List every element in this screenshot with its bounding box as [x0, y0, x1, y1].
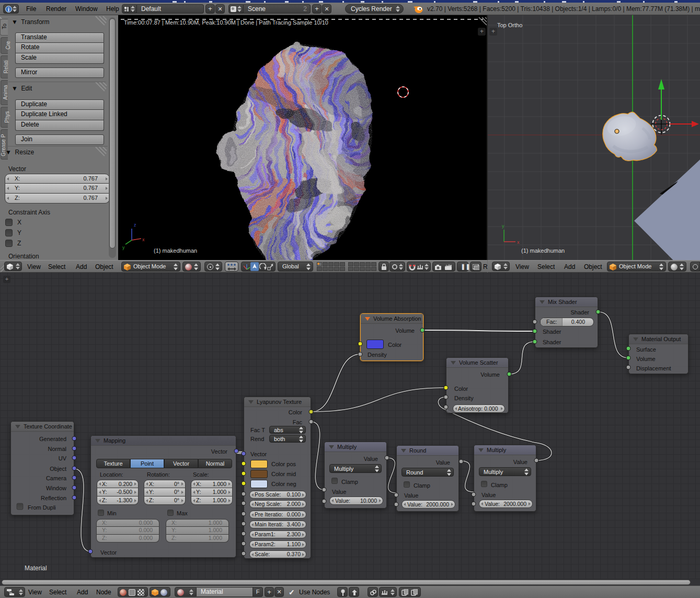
svg-text:z: z: [134, 222, 136, 228]
svg-text:y: y: [122, 245, 125, 250]
svg-text:x: x: [142, 237, 145, 242]
svg-text:y: y: [502, 223, 504, 229]
svg-text:x: x: [517, 240, 520, 245]
